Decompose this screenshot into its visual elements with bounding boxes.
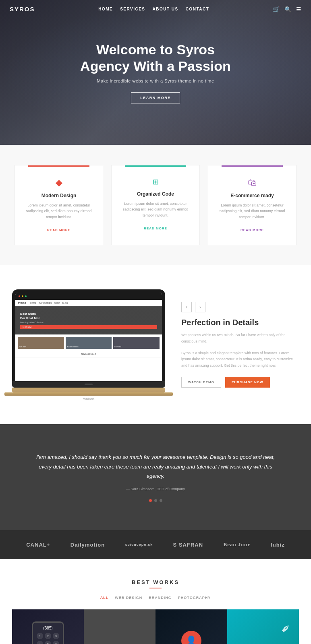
detail-desc1: We possess within us two minds. So far I…	[181, 332, 299, 345]
profile-content: 👤 Maria S. Designer 24 POSTS 1.2k FOLLOW…	[180, 631, 203, 644]
feature-ecommerce: 🛍 E-commerce ready Lorem ipsum dolor sit…	[208, 165, 296, 245]
laptop-stand	[12, 388, 165, 392]
phone-overlay: (385) 1 2 3 4 5 6 7 8	[12, 609, 84, 644]
brand-dailymotion: Dailymotion	[70, 542, 105, 548]
stylus-icon: ✒	[277, 620, 294, 637]
feature-organized-code: ⊞ Organized Code Lorem ipsum dolor sit a…	[111, 165, 200, 245]
hero-section: Welcome to Syros Agency With a Passion M…	[0, 0, 311, 145]
filter-branding[interactable]: BRANDING	[149, 596, 172, 600]
detail-content: ‹ › Perfection in Details We possess wit…	[181, 302, 299, 387]
layers-icon: ⊞	[120, 178, 191, 186]
laptop-brand-label: Macbook	[12, 397, 165, 400]
testimonial-dot-1[interactable]	[149, 499, 152, 502]
mini-label-forhim: FOR HIM	[114, 346, 121, 348]
detail-nav-arrows: ‹ ›	[181, 302, 299, 312]
mini-grid-accessories: ACCESSORIES	[66, 337, 112, 349]
nav-contact[interactable]: CONTACT	[186, 7, 209, 11]
feature-text-code: Lorem ipsum dolor sit amet, consetetur s…	[120, 201, 191, 218]
detail-section: SYROS HOME CATEGORIES SHOP BLOG Best Sui…	[0, 265, 311, 424]
mini-nav: HOME CATEGORIES SHOP BLOG	[30, 302, 68, 304]
portfolio-filters: ALL WEB DESIGN BRANDING PHOTOGRAPHY	[12, 596, 299, 600]
laptop-foot	[4, 392, 173, 396]
mini-grid-forher: FOR HER	[18, 337, 64, 349]
dial-4: 4	[37, 641, 43, 644]
menu-icon[interactable]: ☰	[296, 6, 301, 12]
mini-logo: SYROS	[18, 302, 26, 304]
mini-new-arrivals: NEW ARRIVALS	[15, 351, 162, 357]
feature-title-ecommerce: E-commerce ready	[216, 193, 288, 198]
feature-link-code[interactable]: READ MORE	[144, 227, 167, 230]
portfolio-underline	[149, 588, 162, 588]
detail-desc2: Syros is a simple and elegant template w…	[181, 350, 299, 369]
prev-arrow[interactable]: ‹	[181, 302, 192, 312]
portfolio-title: BEST WORKS	[12, 579, 299, 585]
brand-fubiz: fubiz	[270, 542, 284, 548]
detail-buttons: WATCH DEMO PURCHASE NOW	[181, 377, 299, 388]
mini-nav-shop: SHOP	[54, 302, 60, 304]
profile-avatar: 👤	[181, 631, 201, 644]
hero-cta-button[interactable]: LEARN MORE	[131, 92, 180, 103]
brand-canalplus: CANAL+	[26, 542, 50, 548]
laptop-mockup: SYROS HOME CATEGORIES SHOP BLOG Best Sui…	[12, 289, 165, 400]
next-arrow[interactable]: ›	[195, 302, 205, 312]
dial-6: 6	[53, 641, 59, 644]
nav-logo[interactable]: SYROS	[10, 6, 35, 12]
search-icon[interactable]: 🔍	[284, 6, 291, 12]
testimonial-author: — Sara Simpsom, CEO of Company	[32, 487, 279, 491]
testimonial-quote: I'am amazed, I should say thank you so m…	[32, 452, 279, 481]
portfolio-grid: (385) 1 2 3 4 5 6 7 8	[12, 609, 299, 644]
dial-1: 1	[37, 633, 43, 639]
nav-icon-group: 🛒 🔍 ☰	[273, 6, 301, 12]
portfolio-item-profile[interactable]: 👤 Maria S. Designer 24 POSTS 1.2k FOLLOW…	[156, 609, 227, 644]
hero-title: Welcome to Syros Agency With a Passion	[80, 41, 231, 74]
browser-min-dot	[22, 295, 23, 297]
brand-safran: S SAFRAN	[173, 542, 203, 548]
watch-demo-button[interactable]: WATCH DEMO	[181, 377, 221, 388]
mini-nav-cat: CATEGORIES	[39, 302, 52, 304]
laptop-base-notch	[85, 384, 93, 385]
cart-icon[interactable]: 🛒	[273, 6, 280, 12]
browser-nav-bar: SYROS HOME CATEGORIES SHOP BLOG	[15, 300, 162, 306]
mini-label-forher: FOR HER	[19, 346, 26, 348]
mini-hero: Best SuitsFor Real Men Amazing Italian C…	[15, 306, 162, 334]
hero-subtitle: Make incredible website with a Syros the…	[80, 78, 231, 83]
mini-hero-title: Best SuitsFor Real Men	[20, 312, 157, 320]
filter-photography[interactable]: PHOTOGRAPHY	[178, 596, 211, 600]
diamond-icon: ◆	[23, 178, 95, 188]
mini-grid-forhim: FOR HIM	[113, 337, 160, 349]
bag-icon: 🛍	[216, 178, 288, 188]
brands-section: CANAL+ Dailymotion sciencepo.sk S SAFRAN…	[0, 530, 311, 559]
nav-about[interactable]: ABOUT US	[153, 7, 178, 11]
testimonial-dots	[32, 499, 279, 502]
browser-max-dot	[25, 295, 27, 297]
phone-frame: (385) 1 2 3 4 5 6 7 8	[32, 621, 64, 644]
laptop-base	[12, 381, 165, 388]
filter-all[interactable]: ALL	[100, 596, 109, 600]
feature-text-modern: Lorem ipsum dolor sit amet, consetetur s…	[23, 202, 95, 220]
feature-link-ecommerce[interactable]: READ MORE	[241, 228, 264, 232]
brand-beaujour: Beau Jour	[224, 541, 250, 548]
filter-webdesign[interactable]: WEB DESIGN	[115, 596, 142, 600]
mini-nav-home: HOME	[30, 302, 36, 304]
hero-content: Welcome to Syros Agency With a Passion M…	[80, 41, 231, 103]
feature-modern-design: ◆ Modern Design Lorem ipsum dolor sit am…	[15, 165, 103, 245]
feature-link-modern[interactable]: READ MORE	[47, 228, 70, 232]
onepage-overlay: Stunning Onepage EXPLORE	[84, 609, 156, 644]
dial-2: 2	[45, 633, 51, 639]
feature-text-ecommerce: Lorem ipsum dolor sit amet, consetetur s…	[216, 202, 288, 220]
phone-screen: (385) 1 2 3 4 5 6 7 8	[33, 623, 63, 644]
phone-dial-row2: 4 5 6	[35, 641, 61, 644]
nav-home[interactable]: HOME	[98, 7, 113, 11]
profile-overlay: 👤 Maria S. Designer 24 POSTS 1.2k FOLLOW…	[156, 609, 227, 644]
nav-services[interactable]: SERVICES	[120, 7, 145, 11]
portfolio-item-phone[interactable]: (385) 1 2 3 4 5 6 7 8	[12, 609, 84, 644]
portfolio-item-onepage[interactable]: Stunning Onepage EXPLORE	[84, 609, 156, 644]
purchase-now-button[interactable]: PURCHASE NOW	[225, 377, 270, 388]
dial-5: 5	[45, 641, 51, 644]
mini-label-accessories: ACCESSORIES	[67, 346, 79, 348]
testimonial-dot-2[interactable]	[154, 499, 157, 502]
browser-close-dot	[19, 295, 20, 297]
feature-title-modern: Modern Design	[23, 193, 95, 198]
portfolio-item-digital[interactable]: Digital Revolution TECHNOLOGY ✒	[227, 609, 299, 644]
testimonial-dot-3[interactable]	[160, 499, 162, 502]
